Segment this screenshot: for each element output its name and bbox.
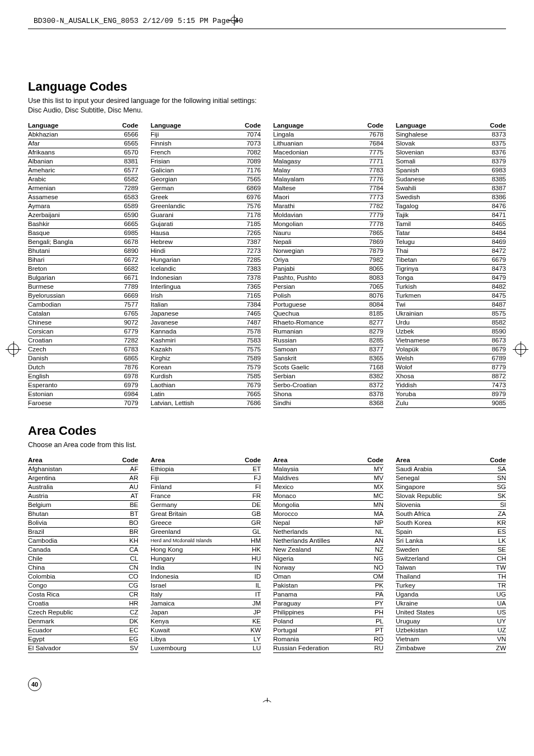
cell-code: 8084 xyxy=(357,300,383,309)
table-row: UzbekistanUZ xyxy=(396,626,506,635)
table-row: TaiwanTW xyxy=(396,563,506,572)
table-row: Sindhi8368 xyxy=(273,398,383,407)
cell-name: Lingala xyxy=(273,130,357,139)
cell-code: MC xyxy=(359,491,383,500)
cell-name: German xyxy=(151,184,231,192)
cell-code: 6682 xyxy=(109,264,138,273)
cell-name: Uzbekistan xyxy=(396,626,477,635)
cell-name: Sri Lanka xyxy=(396,536,477,545)
table-row: CongoCG xyxy=(28,581,138,590)
cell-name: Ameharic xyxy=(28,166,109,175)
table-row: Kurdish7585 xyxy=(151,372,261,381)
cell-name: Nepal xyxy=(273,518,359,527)
table-row: AustriaAT xyxy=(28,491,138,500)
cell-code: 6582 xyxy=(109,175,138,184)
table-row: Kazakh7575 xyxy=(151,345,261,354)
table-row: Maori7773 xyxy=(273,192,383,201)
cell-name: Byelorussian xyxy=(28,291,109,300)
cell-name: Turkey xyxy=(396,581,477,590)
table-row: Maltese7784 xyxy=(273,184,383,192)
cell-name: Slovak Republic xyxy=(396,491,477,500)
area-codes-title: Area Codes xyxy=(28,424,506,438)
cell-code: 8377 xyxy=(357,345,383,354)
cell-code: 7778 xyxy=(357,219,383,228)
cell-name: Singhalese xyxy=(396,130,471,139)
table-row: Rhaeto-Romance8277 xyxy=(273,318,383,327)
cell-name: Monaco xyxy=(273,491,359,500)
cell-code: JM xyxy=(238,599,261,608)
cell-name: Croatia xyxy=(28,599,109,608)
page-number-badge: 40 xyxy=(28,678,41,691)
cell-code: 8479 xyxy=(471,273,506,282)
cell-name: Argentina xyxy=(28,473,109,482)
cell-code: 6577 xyxy=(109,166,138,175)
cell-code: FI xyxy=(238,482,261,491)
table-row: Hausa7265 xyxy=(151,228,261,237)
table-row: Tagalog8476 xyxy=(396,201,506,210)
table-row: Thai8472 xyxy=(396,246,506,255)
table-row: Yiddish7473 xyxy=(396,381,506,389)
table-row: Breton6682 xyxy=(28,264,138,273)
manual-page: BD300-N_AUSALLK_ENG_8053 2/12/09 5:15 PM… xyxy=(0,0,534,702)
cell-code: 7565 xyxy=(231,175,261,184)
cell-code: 7176 xyxy=(231,166,261,175)
cell-code: CZ xyxy=(109,608,138,617)
cell-name: Thai xyxy=(396,246,471,255)
cell-name: Swedish xyxy=(396,192,471,201)
cell-name: Samoan xyxy=(273,345,357,354)
table-row: Corsican6779 xyxy=(28,327,138,336)
cell-code: 8484 xyxy=(471,228,506,237)
table-row: Wolof8779 xyxy=(396,363,506,372)
cell-code: 6890 xyxy=(109,246,138,255)
cell-name: Congo xyxy=(28,581,109,590)
table-row: Bengali; Bangla6678 xyxy=(28,237,138,246)
cell-code: NP xyxy=(359,518,383,527)
cell-name: Greece xyxy=(151,518,238,527)
table-row: Xhosa8872 xyxy=(396,372,506,381)
cell-name: Hindi xyxy=(151,246,231,255)
cell-code: 8590 xyxy=(471,327,506,336)
cell-name: Icelandic xyxy=(151,264,231,273)
table-row: Lingala7678 xyxy=(273,130,383,139)
cell-code: 7776 xyxy=(357,175,383,184)
cell-code: IT xyxy=(238,590,261,599)
cell-code: 7782 xyxy=(357,201,383,210)
column-header-name: Area xyxy=(396,456,477,465)
language-column: LanguageCodeSinghalese8373Slovak8375Slov… xyxy=(396,121,506,408)
cell-name: Kazakh xyxy=(151,345,231,354)
table-row: Turkish8482 xyxy=(396,282,506,291)
cell-code: HR xyxy=(109,599,138,608)
cell-code: 8482 xyxy=(471,282,506,291)
table-row: Albanian8381 xyxy=(28,157,138,166)
cell-name: Switzerland xyxy=(396,554,477,563)
table-row: BhutanBT xyxy=(28,509,138,518)
table-row: Bulgarian6671 xyxy=(28,273,138,282)
area-table: AreaCodeEthiopiaETFijiFJFinlandFIFranceF… xyxy=(151,456,261,653)
cell-code: 8378 xyxy=(357,389,383,398)
cell-code: 8472 xyxy=(471,246,506,255)
cell-code: 7784 xyxy=(357,184,383,192)
cell-code: 7773 xyxy=(357,192,383,201)
table-row: Serbo-Croatian8372 xyxy=(273,381,383,389)
cell-code: EC xyxy=(109,626,138,635)
table-row: ChileCL xyxy=(28,554,138,563)
table-row: Laothian7679 xyxy=(151,381,261,389)
cell-code: AT xyxy=(109,491,138,500)
cell-code: FR xyxy=(238,491,261,500)
language-codes-title: Language Codes xyxy=(28,79,506,94)
cell-code: 8376 xyxy=(471,148,506,157)
cell-name: Afrikaans xyxy=(28,148,109,157)
cell-name: Italy xyxy=(151,590,238,599)
cell-name: Swahili xyxy=(396,184,471,192)
column-header-name: Area xyxy=(151,456,238,465)
column-header-code: Code xyxy=(109,456,138,465)
cell-code: 8575 xyxy=(471,309,506,318)
table-row: PortugalPT xyxy=(273,626,383,635)
table-row: Saudi ArabiaSA xyxy=(396,464,506,473)
table-row: PakistanPK xyxy=(273,581,383,590)
table-row: Latvian, Lettish7686 xyxy=(151,398,261,407)
cell-code: PA xyxy=(359,590,383,599)
cell-name: Netherlands xyxy=(273,527,359,536)
table-row: CanadaCA xyxy=(28,545,138,554)
table-row: TurkeyTR xyxy=(396,581,506,590)
